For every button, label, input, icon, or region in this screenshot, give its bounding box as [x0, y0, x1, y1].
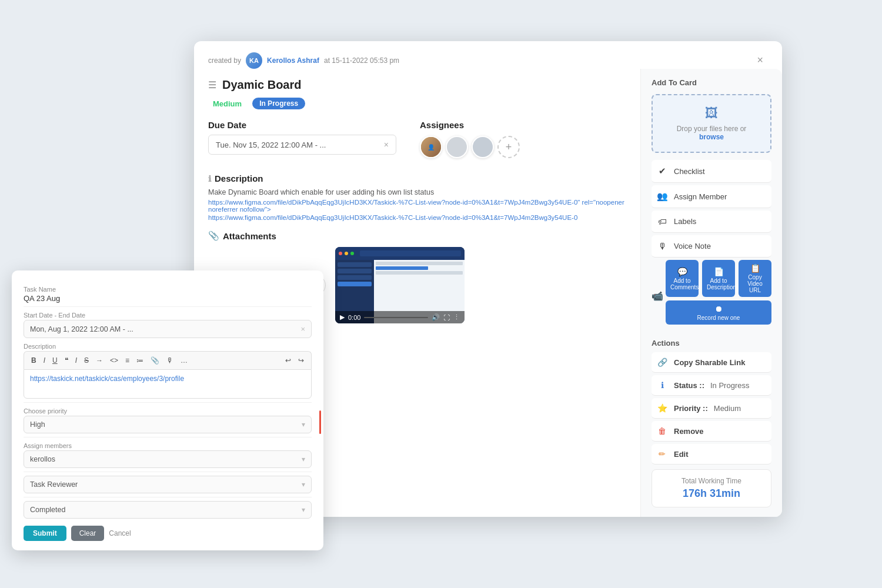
- bold-button[interactable]: B: [29, 355, 39, 366]
- date-clear-btn[interactable]: ×: [300, 325, 305, 333]
- total-working-time-card: Total Working Time 176h 31min: [652, 469, 771, 507]
- creator-info: created by KA Kerollos Ashraf at 15-11-2…: [208, 52, 399, 69]
- date-field-value: Mon, Aug 1, 2022 12:00 AM - ...: [30, 325, 133, 333]
- labels-item[interactable]: 🏷 Labels: [652, 211, 771, 233]
- video-more-icon[interactable]: ⋮: [453, 313, 460, 321]
- remove-icon: 🗑: [656, 426, 668, 436]
- priority-field-label: Choose priority: [24, 407, 312, 415]
- description-icon: 📄: [707, 267, 730, 276]
- video-time: 0:00: [348, 314, 360, 321]
- divider-3: [24, 437, 312, 437]
- priority-select[interactable]: High ▾: [24, 416, 312, 433]
- task-name-label: Task Name: [24, 286, 312, 293]
- labels-icon: 🏷: [656, 216, 668, 226]
- clip-icon: 📎: [208, 230, 219, 241]
- code-button[interactable]: <>: [108, 355, 121, 366]
- status-badge[interactable]: In Progress: [252, 98, 305, 109]
- priority-item[interactable]: ⭐ Priority :: Medium: [652, 398, 771, 419]
- voice-note-label: Voice Note: [674, 242, 711, 250]
- due-date-input[interactable]: Tue. Nov 15, 2022 12:00 AM - ... ×: [208, 135, 396, 155]
- voice-note-item[interactable]: 🎙 Voice Note: [652, 235, 771, 258]
- status-value: In Progress: [710, 381, 749, 390]
- ol-button[interactable]: ≔: [134, 355, 146, 366]
- video-fullscreen-icon[interactable]: ⛶: [443, 314, 450, 321]
- minimize-dot: [345, 252, 348, 255]
- undo-button[interactable]: ↩: [283, 355, 293, 366]
- video-vol-icon[interactable]: 🔊: [432, 313, 440, 321]
- assignee-3[interactable]: [472, 136, 494, 158]
- close-button[interactable]: ×: [752, 52, 768, 69]
- submit-button[interactable]: Submit: [24, 526, 66, 541]
- video-inner: ▶ 0:00 🔊 ⛶ ⋮: [335, 247, 465, 323]
- video-thumbnail[interactable]: ▶ 0:00 🔊 ⛶ ⋮: [335, 247, 465, 323]
- add-to-comments-button[interactable]: 💬 Add to Comments: [666, 260, 699, 297]
- comment-icon: 💬: [670, 267, 694, 276]
- reviewer-dropdown-arrow: ▾: [302, 480, 305, 489]
- labels-label: Labels: [674, 217, 696, 226]
- copy-video-url-button[interactable]: 📋 Copy Video URL: [739, 260, 771, 297]
- clear-button[interactable]: Clear: [71, 526, 105, 541]
- add-to-description-button[interactable]: 📄 Add to Description: [702, 260, 735, 297]
- assignee-2[interactable]: [446, 136, 468, 158]
- video-top-bar: [335, 247, 465, 260]
- browse-link[interactable]: browse: [699, 133, 724, 141]
- add-to-card-title: Add To Card: [652, 78, 771, 87]
- assign-member-item[interactable]: 👥 Assign Member: [652, 185, 771, 208]
- mic-button[interactable]: 🎙: [164, 355, 176, 366]
- edit-item[interactable]: ✏ Edit: [652, 444, 771, 465]
- creator-name[interactable]: Kerollos Ashraf: [267, 56, 319, 65]
- desc-link-2[interactable]: https://www.figma.com/file/dDikPbAqqEqg3…: [208, 214, 626, 221]
- priority-badge[interactable]: Medium: [208, 98, 246, 109]
- italic-button[interactable]: I: [41, 355, 48, 366]
- assignees-row: 👤 +: [420, 136, 520, 158]
- quote-button[interactable]: ❝: [62, 355, 71, 366]
- file-drop-zone[interactable]: 🖼 Drop your files here or browse: [652, 94, 771, 153]
- divider-2: [24, 402, 312, 403]
- checklist-item[interactable]: ✔ Checklist: [652, 160, 771, 183]
- strikethrough-button[interactable]: S: [82, 355, 91, 366]
- status-icon: ℹ: [656, 380, 668, 390]
- cancel-button[interactable]: Cancel: [109, 526, 131, 541]
- attachment-button[interactable]: 📎: [148, 355, 162, 366]
- italic-btn2[interactable]: I: [73, 355, 79, 366]
- ul-button[interactable]: ≡: [123, 355, 132, 366]
- assign-select[interactable]: kerollos ▾: [24, 450, 312, 468]
- remove-label: Remove: [674, 427, 704, 436]
- indent-button[interactable]: →: [93, 355, 105, 366]
- divider-5: [24, 497, 312, 497]
- copy-icon: 📋: [743, 263, 767, 273]
- date-clear-icon[interactable]: ×: [384, 140, 389, 149]
- drop-zone-text: Drop your files here or browse: [663, 125, 760, 141]
- card-header: created by KA Kerollos Ashraf at 15-11-2…: [194, 41, 782, 69]
- record-new-button[interactable]: ⏺ Record new one: [666, 300, 771, 325]
- desc-link-1[interactable]: https://www.figma.com/file/dDikPbAqqEqg3…: [208, 199, 626, 213]
- form-buttons: Submit Clear Cancel: [24, 526, 312, 541]
- video-controls: ▶ 0:00 🔊 ⛶ ⋮: [335, 311, 465, 323]
- redo-button[interactable]: ↪: [296, 355, 306, 366]
- due-date-label: Due Date: [208, 120, 396, 130]
- priority-value: Medium: [714, 404, 741, 413]
- upload-icon: 🖼: [663, 106, 760, 121]
- status-item[interactable]: ℹ Status :: In Progress: [652, 375, 771, 396]
- card-right-panel: Add To Card 🖼 Drop your files here or br…: [641, 69, 782, 517]
- editor-toolbar: B I U ❝ I S → <> ≡ ≔ 📎 🎙 … ↩ ↪: [24, 351, 312, 369]
- form-description-label: Description: [24, 343, 312, 350]
- twt-value: 176h 31min: [659, 487, 764, 500]
- editor-link[interactable]: https://taskick.net/taskick/cas/employee…: [30, 375, 184, 383]
- divider-4: [24, 472, 312, 472]
- editor-body[interactable]: https://taskick.net/taskick/cas/employee…: [24, 369, 312, 399]
- video-play-btn[interactable]: ▶: [340, 313, 345, 321]
- twt-label: Total Working Time: [659, 477, 764, 485]
- add-assignee-button[interactable]: +: [497, 136, 520, 158]
- remove-item[interactable]: 🗑 Remove: [652, 421, 771, 442]
- underline-button[interactable]: U: [50, 355, 60, 366]
- copy-link-item[interactable]: 🔗 Copy Sharable Link: [652, 352, 771, 373]
- list-icon: ☰: [208, 79, 216, 91]
- reviewer-select[interactable]: Task Reviewer ▾: [24, 476, 312, 493]
- assign-dropdown-arrow: ▾: [302, 455, 305, 463]
- status-select[interactable]: Completed ▾: [24, 501, 312, 519]
- more-button[interactable]: …: [178, 355, 190, 366]
- assignee-1[interactable]: 👤: [420, 136, 442, 158]
- date-field[interactable]: Mon, Aug 1, 2022 12:00 AM - ... ×: [24, 320, 312, 338]
- checklist-icon: ✔: [656, 166, 668, 176]
